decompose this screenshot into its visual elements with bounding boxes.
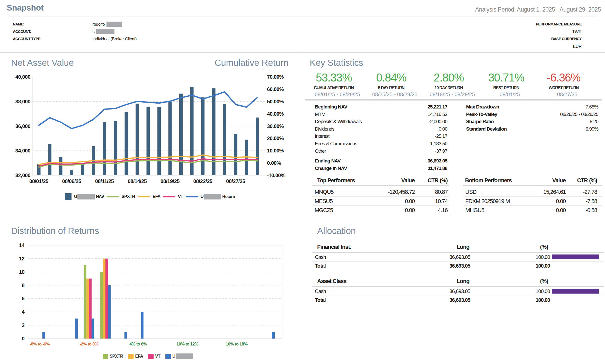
stat-label: Sharpe Ratio (466, 118, 494, 125)
dist-bar (75, 318, 78, 339)
name-value: rodolfo (92, 21, 137, 28)
base-currency-label: BASE CURRENCY (536, 35, 582, 43)
allocation-category-header: Asset Class (317, 278, 346, 285)
legend-label: EFA (135, 354, 143, 359)
legend-label: VT (155, 354, 160, 359)
nav-right-tick: 40.00% (267, 111, 284, 117)
highlight-value: 0.84% (362, 72, 420, 83)
stat-value: -2,000.00 (429, 118, 447, 125)
highlight-label: 5 DAY RETURN (362, 86, 420, 90)
legend-label-suffix: Return (222, 194, 235, 199)
performance-measure-value: TWR (536, 28, 582, 35)
legend-label-prefix: U (201, 194, 203, 199)
legend-item-u-nav: UNAV (65, 193, 104, 200)
allocation-label: Cash (315, 288, 326, 294)
dist-bar (272, 332, 275, 339)
legend-swatch (103, 354, 108, 359)
performer-name: MGCZ5 (315, 207, 333, 214)
nav-bar (234, 134, 237, 175)
stat-value: 36,693.05 (428, 157, 447, 165)
header-underline (312, 185, 449, 186)
total-pct-value: 100.00 (536, 263, 550, 269)
nav-right-tick: -10.00% (267, 172, 286, 178)
nav-bar (48, 144, 51, 175)
stat-label: Other (315, 148, 326, 155)
nav-bar (81, 164, 84, 175)
top-performers-table: Top PerformersValueCTR (%)MNQU5-120,458.… (312, 177, 449, 215)
nav-bar (125, 112, 128, 175)
stat-row: Other-37.97 (315, 148, 447, 155)
nav-left-tick: 36,000 (15, 123, 31, 129)
nav-bar (59, 157, 63, 175)
distribution-chart-legend: SPXTREFAVTU (103, 353, 193, 359)
legend-item-spxtr: SPXTR (103, 354, 123, 359)
analysis-period: Analysis Period: August 1, 2025 - August… (475, 6, 601, 13)
performer-value: 0.00 (405, 198, 415, 205)
performance-measure-label: PERFORMANCE MEASURE (536, 21, 582, 28)
performer-ctr: -0.58 (586, 207, 597, 214)
nav-bar (168, 102, 172, 175)
highlight-dates: 08/01/25 (477, 91, 535, 97)
allocation-bar (552, 254, 599, 259)
performer-row: MHGU50.00-0.58 (463, 206, 602, 215)
stat-value: 11,471.88 (428, 165, 447, 172)
stat-row: Peak-To-Valley08/26/25 - 08/28/25 (466, 111, 598, 118)
column-header-ctr: CTR (%) (428, 177, 448, 184)
dist-y-tick: 2 (22, 322, 25, 328)
column-header-long: Long (453, 244, 473, 250)
page-title: Snapshot (7, 3, 43, 13)
column-header-long: Long (453, 278, 473, 285)
allocation-header-row: Financial Inst.Long(%) (312, 243, 604, 252)
nav-bar (201, 97, 204, 175)
performer-value: 0.00 (405, 207, 415, 214)
name-value-text: rodolfo (92, 22, 105, 26)
legend-label: SPXTR (110, 354, 123, 359)
stat-label: Deposits & Withdrawals (315, 118, 362, 125)
dist-x-tick: 16% to 18% (226, 342, 248, 346)
dist-x-tick: -8% to -6% (30, 342, 50, 346)
allocation-total-row: Total36,693.05100.00 (312, 262, 604, 270)
allocation-pct-value: 100.00 (536, 254, 550, 260)
nav-right-tick: 10.00% (267, 148, 284, 153)
performer-row: MGCZ50.004.16 (312, 206, 449, 215)
legend-redaction-box (204, 194, 221, 199)
highlight-10-day-return: 2.80%10 DAY RETURN08/18/25 - 08/29/25 (420, 72, 477, 97)
header-underline (463, 185, 602, 186)
dist-y-tick: 14 (19, 242, 25, 248)
stat-value: -25.17 (435, 133, 447, 140)
account-label: ACCOUNT: (13, 28, 41, 35)
key-statistics-divider (305, 99, 602, 101)
highlight-dates: 08/01/25 - 08/29/25 (305, 91, 362, 97)
performer-ctr: -27.78 (583, 189, 597, 195)
column-header-pct: (%) (534, 278, 554, 285)
stat-row: MTM14,718.52 (315, 111, 447, 118)
account-type-value: Individual (Broker Client) (92, 35, 137, 43)
nav-x-tick: 08/27/25 (226, 178, 245, 184)
allocation-table-asset-class: Asset ClassLong(%)Cash36,693.05100.00Tot… (312, 277, 604, 304)
performer-value: 0.00 (556, 207, 566, 214)
highlight-worst-return: -6.36%WORST RETURN08/27/25 (535, 72, 592, 97)
stat-value: 6.99% (585, 125, 598, 133)
highlight-value: -6.36% (535, 72, 592, 83)
snapshot-report: Snapshot Analysis Period: August 1, 2025… (0, 0, 605, 364)
dist-plot-border (28, 245, 282, 339)
stat-value: 25,221.17 (428, 103, 447, 111)
allocation-row: Cash36,693.05100.00 (312, 253, 604, 262)
legend-label-prefix: U (172, 354, 175, 359)
base-currency-value: EUR (536, 43, 582, 50)
column-header-pct: (%) (534, 244, 554, 250)
report-settings: PERFORMANCE MEASURE TWR BASE CURRENCY EU… (536, 21, 582, 50)
performer-name: MHGU5 (465, 207, 484, 214)
distribution-chart: 02468101214-8% to -6%-2% to 0%4% to 6%10… (0, 218, 297, 364)
allocation-header-row: Asset ClassLong(%) (312, 277, 604, 286)
allocation-row: Cash36,693.05100.00 (312, 287, 604, 296)
allocation-label: Cash (315, 254, 326, 260)
highlight-dates: 08/18/25 - 08/29/25 (420, 91, 477, 97)
risk-stats-table: Max Drawdown7.65%Peak-To-Valley08/26/25 … (466, 103, 598, 133)
nav-chart-legend: UNAVSPXTREFAVTUReturn (65, 193, 235, 200)
account-redaction-box (96, 29, 114, 34)
account-type-label: ACCOUNT TYPE: (13, 35, 41, 43)
total-long-value: 36,693.05 (449, 263, 470, 269)
nav-left-tick: 34,000 (15, 148, 31, 153)
nav-x-tick: 08/14/25 (128, 178, 147, 184)
